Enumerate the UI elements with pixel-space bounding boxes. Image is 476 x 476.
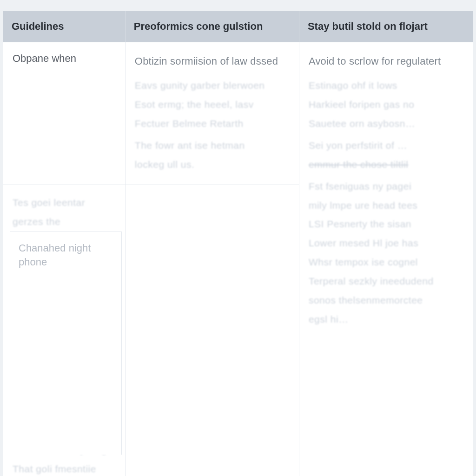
blur-text-line: Tes goei leentar gerzes the: [13, 193, 116, 231]
cell-blur-block: Fst fseniguas ny pageimily lmpe ure head…: [309, 177, 463, 330]
cell-r0-c1: Obtizin sormiision of law dssed Eavs gun…: [125, 42, 299, 185]
blur-text-line: Sauetee orn asybosn…: [309, 114, 463, 133]
cell-lead-text: Obtizin sormiision of law dssed: [135, 52, 290, 72]
blur-text-line: LSI Pesnerty the sisan: [309, 215, 463, 234]
blur-text-line: lockeg ull us.: [135, 155, 290, 174]
blur-text-line: Estinago ohf it lows: [309, 76, 463, 95]
header-guidelines: Guidelines: [3, 11, 126, 42]
blur-text-line: Sei yon perfstirit of …: [309, 136, 463, 155]
cell-r0-c2: Avoid to scrlow for regulatert Estinago …: [299, 42, 473, 476]
guideline-label: Chanahed night phone: [19, 242, 91, 268]
cell-blur-block: Eavs gunity garber blerwoenEsot ermg; th…: [135, 76, 290, 174]
cell-lead-text: Avoid to scrlow for regulatert: [309, 52, 463, 72]
page: Guidelines Preoformics cone gulstion Sta…: [0, 0, 476, 476]
blur-text-line: sonos thelsenmemorctee: [309, 291, 463, 310]
blur-text-line: Eavs gunity garber blerwoen: [135, 76, 290, 95]
guideline-label: Obpane when: [13, 53, 76, 64]
blur-text-line: egsl hi…: [309, 310, 463, 329]
blur-text-line: The fowr ant ise hetman: [135, 136, 290, 155]
blur-text-line: That goli fmesntiie: [13, 460, 116, 476]
header-col2: Stay butil stold on flojart: [299, 11, 473, 42]
blur-text-line: Esot ermg; the heeel, lasv: [135, 95, 290, 114]
guideline-cell: Chanahed night phone: [10, 231, 122, 455]
table-header-row: Guidelines Preoformics cone gulstion Sta…: [3, 11, 473, 42]
table-row: Obpane when Obtizin sormiision of law ds…: [3, 42, 473, 185]
blur-text-line: Fectuer Belmee Retarth: [135, 114, 290, 133]
blur-text-line: Fst fseniguas ny pagei: [309, 177, 463, 196]
cell-blur-block: Estinago ohf it lowsHarkieel foripen gas…: [309, 76, 463, 174]
blur-text-line: Whsr tempox ise cognel: [309, 253, 463, 272]
blur-text-line: Harkieel foripen gas no: [309, 95, 463, 114]
header-col1: Preoformics cone gulstion: [125, 11, 299, 42]
blur-text-line: Terperal sezkly ineedudend: [309, 272, 463, 291]
guideline-cell: Obpane when: [3, 42, 126, 185]
blur-text-line: mily lmpe ure head tees: [309, 196, 463, 215]
blur-text-line: emmur the chose tiltlil: [309, 155, 463, 174]
blur-text-line: Lower mesed Hl joe has: [309, 234, 463, 253]
